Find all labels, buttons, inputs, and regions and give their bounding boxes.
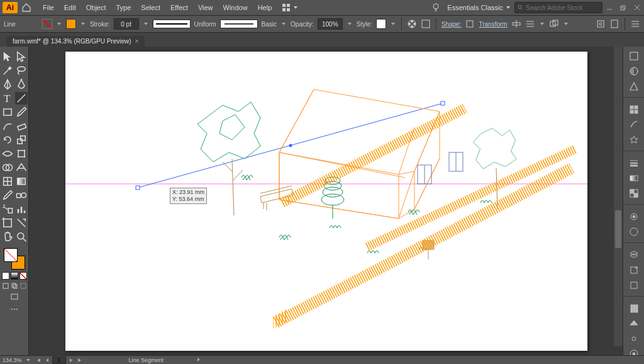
panel-properties-icon[interactable] xyxy=(628,50,640,62)
tool-gradient[interactable] xyxy=(15,175,28,188)
align-to-dropdown[interactable] xyxy=(539,19,545,29)
panel-learn-icon[interactable] xyxy=(628,318,640,329)
discover-icon[interactable] xyxy=(431,3,441,13)
tool-eraser[interactable] xyxy=(15,120,28,132)
color-mode-none[interactable] xyxy=(19,272,27,280)
opacity-input[interactable] xyxy=(318,18,343,30)
menu-edit[interactable]: Edit xyxy=(59,0,81,15)
recolor-icon[interactable] xyxy=(407,19,417,29)
tool-artboard[interactable] xyxy=(1,217,14,229)
tool-shaper[interactable] xyxy=(1,120,14,132)
panel-asset-export-icon[interactable] xyxy=(628,264,640,276)
stroke-swatch[interactable] xyxy=(66,19,76,29)
prefs-icon[interactable] xyxy=(630,19,640,29)
fill-color-indicator[interactable] xyxy=(4,248,18,262)
tool-blend[interactable] xyxy=(15,189,28,202)
panel-color-guide-icon[interactable] xyxy=(628,81,640,92)
align-stroke-icon[interactable] xyxy=(421,19,431,29)
menu-type[interactable]: Type xyxy=(111,0,136,15)
panel-links-icon[interactable] xyxy=(628,333,640,344)
tool-lasso[interactable] xyxy=(15,64,28,77)
panel-gradient-icon[interactable] xyxy=(628,173,640,184)
menu-help[interactable]: Help xyxy=(253,0,277,15)
tool-selection[interactable] xyxy=(1,50,14,63)
transform-link[interactable]: Transform xyxy=(479,21,507,28)
panel-transparency-icon[interactable] xyxy=(628,188,640,199)
close-tab-icon[interactable]: × xyxy=(135,38,139,45)
draw-behind[interactable] xyxy=(11,282,18,290)
panel-appearance-icon[interactable] xyxy=(628,211,640,222)
status-menu-icon[interactable] xyxy=(196,357,201,363)
panel-stroke-icon[interactable] xyxy=(628,157,640,169)
arrange-icon[interactable] xyxy=(549,19,559,29)
artboard-number-input[interactable] xyxy=(52,356,66,364)
artboard-next-icon[interactable] xyxy=(67,356,75,364)
variable-width-profile[interactable] xyxy=(153,20,191,28)
layout-switcher[interactable] xyxy=(282,3,298,13)
snap-icon[interactable] xyxy=(596,19,606,29)
vertical-scrollbar[interactable] xyxy=(614,47,623,346)
search-input[interactable] xyxy=(526,4,599,11)
panel-brushes-icon[interactable] xyxy=(628,119,640,130)
shape-options-icon[interactable] xyxy=(465,19,475,29)
tool-curvature[interactable] xyxy=(15,78,28,91)
panel-color-icon[interactable] xyxy=(628,65,640,77)
tool-width[interactable] xyxy=(1,147,14,160)
zoom-level[interactable]: 134.3% xyxy=(3,357,22,363)
fill-stroke-control[interactable] xyxy=(4,248,25,270)
stroke-weight-input[interactable] xyxy=(114,18,139,30)
align-to-icon[interactable] xyxy=(525,19,535,29)
tool-line-segment[interactable] xyxy=(15,92,28,105)
window-close[interactable] xyxy=(630,0,644,15)
tool-paintbrush[interactable] xyxy=(15,106,28,118)
fill-dropdown[interactable] xyxy=(56,19,62,29)
tool-rectangle[interactable] xyxy=(1,106,14,118)
stroke-weight-dropdown[interactable] xyxy=(143,19,149,29)
document-tab[interactable]: farm.wmf* @ 134.3% (RGB/GPU Preview) × xyxy=(6,36,145,47)
canvas-area[interactable]: X: 23.91 mm Y: 53.64 mm xyxy=(29,47,623,355)
panel-swatches-icon[interactable] xyxy=(628,104,640,115)
brush-dropdown[interactable] xyxy=(280,19,287,29)
stroke-dropdown[interactable] xyxy=(80,19,86,29)
doc-setup-icon[interactable] xyxy=(609,19,619,29)
color-mode-solid[interactable] xyxy=(2,272,9,280)
color-mode-gradient[interactable] xyxy=(11,272,18,280)
tool-magic-wand[interactable] xyxy=(1,64,14,77)
tool-free-transform[interactable] xyxy=(15,147,28,160)
arrange-dropdown[interactable] xyxy=(563,19,569,29)
tool-direct-selection[interactable] xyxy=(15,50,28,63)
tool-mesh[interactable] xyxy=(1,175,14,188)
style-dropdown[interactable] xyxy=(390,19,396,29)
tool-type[interactable]: T xyxy=(1,92,14,105)
vertical-scrollbar-thumb[interactable] xyxy=(615,210,621,248)
panel-artboards-icon[interactable] xyxy=(628,280,640,291)
menu-window[interactable]: Window xyxy=(218,0,253,15)
graphic-style-swatch[interactable] xyxy=(376,19,386,29)
tool-perspective-grid[interactable] xyxy=(15,161,28,174)
menu-file[interactable]: File xyxy=(38,0,59,15)
fill-swatch[interactable] xyxy=(42,19,52,29)
tool-rotate[interactable] xyxy=(1,134,14,146)
window-restore[interactable] xyxy=(616,0,630,15)
workspace-switcher[interactable]: Essentials Classic xyxy=(447,4,511,11)
panel-graphic-styles-icon[interactable] xyxy=(628,226,640,237)
tool-symbol-sprayer[interactable] xyxy=(1,203,14,215)
home-icon[interactable] xyxy=(21,3,31,13)
tool-column-graph[interactable] xyxy=(15,203,28,215)
shape-link[interactable]: Shape: xyxy=(441,21,462,28)
isolate-icon[interactable] xyxy=(511,19,521,29)
opacity-dropdown[interactable] xyxy=(347,19,353,29)
window-minimize[interactable] xyxy=(602,0,616,15)
tool-pen[interactable] xyxy=(1,78,14,91)
tool-hand[interactable] xyxy=(1,230,14,243)
zoom-dropdown-icon[interactable] xyxy=(26,358,31,363)
tool-scale[interactable] xyxy=(15,134,28,146)
draw-inside[interactable] xyxy=(19,282,27,290)
panel-layers-icon[interactable] xyxy=(628,249,640,261)
artboard-last-icon[interactable] xyxy=(76,356,84,364)
tool-shape-builder[interactable] xyxy=(1,161,14,174)
edit-toolbar[interactable] xyxy=(10,305,19,312)
menu-effect[interactable]: Effect xyxy=(165,0,193,15)
menu-select[interactable]: Select xyxy=(136,0,165,15)
brush-definition[interactable] xyxy=(220,20,258,28)
